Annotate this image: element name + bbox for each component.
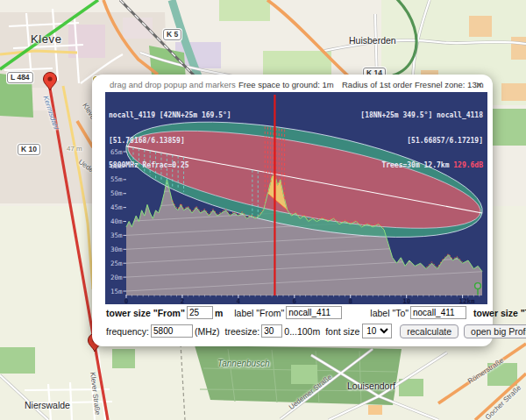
from-station-line: nocall_4119 [42NN+25m 169.5°] [109,111,231,120]
map-label-nierswalde: Nierswalde [25,400,70,410]
open-big-profile-button[interactable]: open big Profile [464,324,526,338]
map-label-tannenbusch: Tannenbusch [217,359,270,368]
frequency-unit: (MHz) [195,326,220,337]
popup-free-space-value: Free space to ground: 1m [238,80,334,89]
popup-fresnel-value: Radius of 1st order Fresnel zone: 13m [342,80,484,89]
map-label-louisendorf: Louisendorf [347,381,395,391]
road-shield-k10: K 10 [18,144,40,155]
freq-refrac-line: 5800MHz Refrac=0.25 [109,161,231,170]
x-tick-label: 4 [237,297,241,304]
treesize-range: 0...100m [284,326,320,337]
road-shield-l484: L 484 [7,72,33,83]
y-tick-label: 35m [110,231,123,239]
to-station-line: [18NN+25m 349.5°] nocall_4118 [360,111,483,120]
chart-to-info: [18NN+25m 349.5°] nocall_4118 [51.66857/… [360,95,483,187]
distance-loss-line: Trees=30m 12.7km 129.6dB [360,161,483,170]
map-label-kleve: Kleve [31,32,62,46]
fontsize-select[interactable]: 10 [362,324,392,338]
forest [263,51,331,75]
map-label-huisberden: Huisberden [349,35,396,46]
map-label-elevation: 47 m [67,145,82,153]
profile-popup[interactable]: × drag and drop popup and markers Free s… [92,75,493,346]
app-window: Kleve Huisberden Nierswalde Louisendorf … [0,0,526,420]
x-tick-label: 0 [124,297,129,304]
x-tick-label: 6 [293,297,297,304]
fontsize-label: font size [325,326,359,337]
farmland [469,16,492,37]
y-tick-label: 30m [110,246,123,253]
forest [291,365,317,384]
frequency-input[interactable] [151,324,193,338]
farmland [511,37,526,60]
path-loss-value: 129.6dB [453,161,483,169]
forest [0,347,35,374]
tower-from-unit: m [215,308,223,318]
forest [219,0,270,21]
forest [112,349,135,368]
x-tick-label: 12km [459,297,476,304]
treesize-label: treesize: [225,326,260,337]
controls-row-1: tower size "From" m label "From" label "… [106,306,484,319]
x-tick-label: 2 [181,297,185,304]
tower-from-input[interactable] [187,306,213,319]
label-to-label: label "To" [370,308,409,318]
label-to-input[interactable] [410,306,466,319]
popup-drag-hint: drag and drop popup and markers [110,80,236,89]
recalculate-button[interactable]: recalculate [400,324,458,338]
farmland [368,405,382,415]
controls-row-2: frequency: (MHz) treesize: 0...100m font… [106,324,484,338]
farmland [501,83,526,101]
road-shield-k5: K 5 [163,29,181,40]
x-tick-label: 10 [402,297,411,304]
label-from-input[interactable] [286,306,342,319]
tower-from-label: tower size "From" [106,308,185,318]
label-from-label: label "From" [234,308,284,318]
y-tick-label: 15m [110,288,123,295]
x-tick-label: 8 [348,297,352,304]
y-tick-label: 50m [110,189,123,197]
y-tick-label: 45m [110,203,123,211]
chart-from-info: nocall_4119 [42NN+25m 169.5°] [51.78168/… [109,95,231,187]
treesize-input[interactable] [261,324,282,338]
frequency-label: frequency: [106,326,149,337]
tower-to-label: tower size "To" [473,308,526,318]
to-coords-line: [51.66857/6.17219] [360,137,483,146]
y-tick-label: 20m [110,274,123,281]
profile-chart[interactable]: 024681012km15m20m25m30m35m40m45m50m55m60… [105,92,487,304]
forest [489,109,526,146]
trees-distance-text: Trees=30m 12.7km [381,161,453,169]
y-tick-label: 25m [110,260,123,267]
y-tick-label: 40m [110,217,123,225]
from-coords-line: [51.78168/6.13859] [109,137,231,146]
